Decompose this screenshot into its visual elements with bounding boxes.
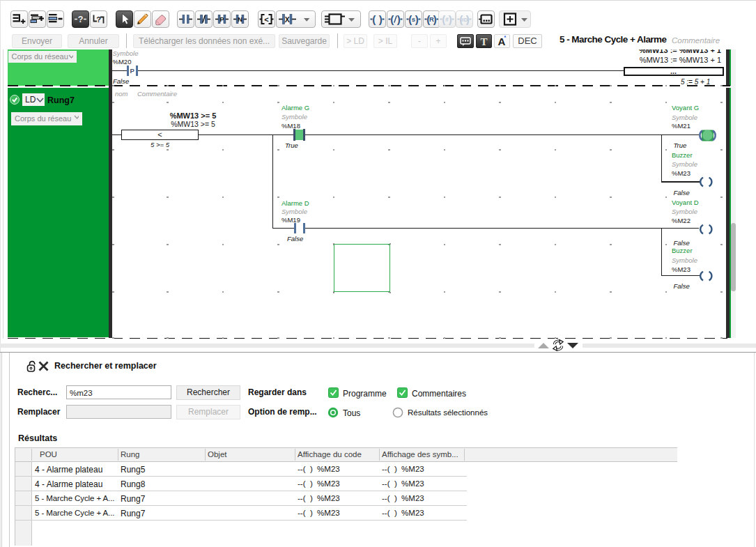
svg-text:<: <: [264, 15, 268, 24]
svg-text:?: ?: [96, 15, 101, 24]
svg-text:#: #: [445, 16, 449, 23]
svg-text:P: P: [219, 16, 224, 23]
svg-text:s: s: [412, 15, 415, 23]
svg-text:): ): [415, 13, 419, 25]
svg-text:): ): [449, 13, 452, 25]
svg-text:): ): [397, 13, 401, 25]
svg-text:T: T: [480, 36, 487, 47]
svg-text:X: X: [285, 15, 290, 24]
svg-text:R: R: [429, 15, 434, 23]
svg-text:N: N: [238, 16, 242, 23]
svg-text:#D: #D: [461, 17, 468, 23]
svg-text:?: ?: [78, 15, 84, 24]
svg-text:): ): [379, 13, 383, 25]
svg-text:(: (: [390, 13, 394, 25]
svg-text:(: (: [372, 13, 376, 25]
svg-text:A: A: [498, 36, 506, 47]
